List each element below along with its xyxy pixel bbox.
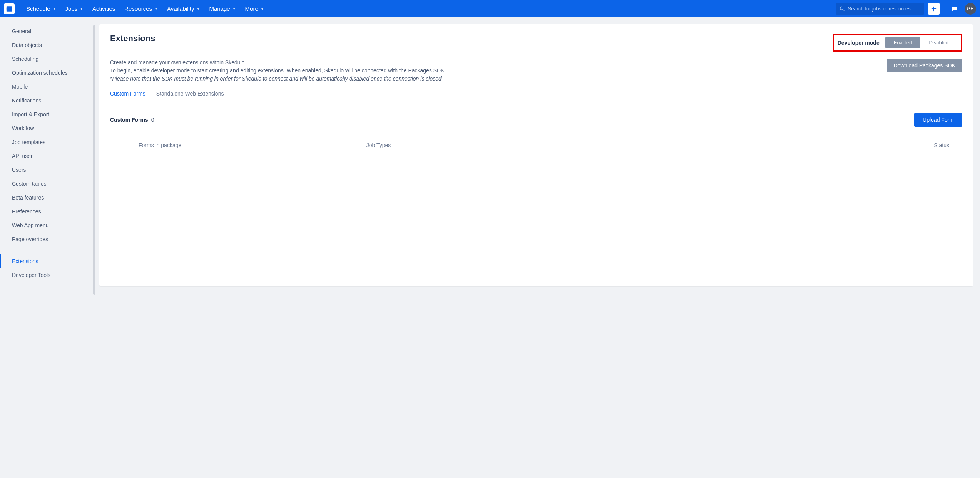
developer-mode-toggle: Enabled Disabled (885, 37, 957, 48)
sidebar-item-custom-tables[interactable]: Custom tables (0, 177, 96, 191)
sidebar-item-label: Custom tables (12, 181, 46, 187)
dev-mode-enabled-button[interactable]: Enabled (885, 37, 921, 48)
section-count: 0 (151, 117, 154, 123)
nav-jobs[interactable]: Jobs ▼ (61, 3, 87, 14)
sidebar-item-label: Job templates (12, 139, 45, 145)
divider (945, 3, 945, 14)
settings-sidebar: General Data objects Scheduling Optimiza… (0, 17, 96, 478)
sidebar-item-developer-tools[interactable]: Developer Tools (0, 268, 96, 282)
sidebar-item-api-user[interactable]: API user (0, 149, 96, 163)
sidebar-item-beta-features[interactable]: Beta features (0, 191, 96, 205)
page-title: Extensions (110, 34, 155, 44)
nav-label: Schedule (26, 5, 50, 12)
chevron-down-icon: ▼ (154, 7, 158, 11)
sidebar-item-users[interactable]: Users (0, 163, 96, 177)
svg-rect-1 (7, 8, 12, 10)
sidebar-item-label: General (12, 28, 31, 34)
extension-tabs: Custom Forms Standalone Web Extensions (110, 87, 962, 101)
sidebar-item-label: Optimization schedules (12, 70, 68, 76)
app-logo[interactable] (4, 3, 15, 14)
sidebar-item-optimization-schedules[interactable]: Optimization schedules (0, 66, 96, 80)
sidebar-item-label: Web App menu (12, 222, 48, 228)
sidebar-item-page-overrides[interactable]: Page overrides (0, 232, 96, 246)
tab-label: Custom Forms (110, 91, 145, 97)
desc-line-2: To begin, enable developer mode to start… (110, 67, 446, 75)
chevron-down-icon: ▼ (80, 7, 83, 11)
sidebar-item-label: Developer Tools (12, 272, 50, 278)
plus-icon (931, 6, 937, 12)
sidebar-item-job-templates[interactable]: Job templates (0, 135, 96, 149)
sidebar-item-label: Beta features (12, 195, 44, 201)
create-button[interactable] (928, 3, 940, 15)
sidebar-item-workflow[interactable]: Workflow (0, 121, 96, 135)
user-avatar[interactable]: GH (965, 3, 976, 15)
global-search[interactable] (836, 3, 924, 15)
nav-label: Availability (167, 5, 194, 12)
sidebar-group-2: Extensions Developer Tools (0, 254, 96, 282)
sidebar-item-label: Mobile (12, 84, 28, 90)
sidebar-item-label: Extensions (12, 258, 38, 264)
sidebar-item-preferences[interactable]: Preferences (0, 205, 96, 218)
dev-mode-disabled-button[interactable]: Disabled (920, 37, 957, 48)
chat-button[interactable] (951, 5, 958, 12)
chevron-down-icon: ▼ (232, 7, 236, 11)
sidebar-item-label: Import & Export (12, 111, 49, 117)
sidebar-item-general[interactable]: General (0, 24, 96, 38)
search-input[interactable] (848, 6, 920, 12)
tab-standalone-web-extensions[interactable]: Standalone Web Extensions (156, 87, 224, 101)
avatar-initials: GH (967, 6, 974, 12)
logo-icon (6, 5, 13, 12)
svg-rect-2 (7, 10, 12, 11)
sidebar-item-label: Workflow (12, 125, 34, 131)
scrollbar[interactable] (93, 25, 95, 295)
column-status: Status (706, 142, 961, 148)
sidebar-item-label: Preferences (12, 208, 41, 215)
developer-mode-label: Developer mode (838, 40, 880, 46)
nav-label: More (245, 5, 258, 12)
sidebar-item-web-app-menu[interactable]: Web App menu (0, 218, 96, 232)
description-text: Create and manage your own extensions wi… (110, 59, 446, 83)
nav-label: Jobs (65, 5, 77, 12)
download-packages-sdk-button[interactable]: Download Packages SDK (887, 59, 962, 72)
desc-line-1: Create and manage your own extensions wi… (110, 59, 446, 67)
svg-line-4 (843, 9, 844, 10)
sidebar-item-import-export[interactable]: Import & Export (0, 107, 96, 121)
nav-label: Manage (209, 5, 230, 12)
search-icon (840, 6, 845, 12)
sidebar-item-mobile[interactable]: Mobile (0, 80, 96, 94)
chevron-down-icon: ▼ (53, 7, 56, 11)
extensions-card: Extensions Developer mode Enabled Disabl… (99, 24, 973, 286)
sidebar-item-label: Page overrides (12, 236, 48, 242)
nav-more[interactable]: More ▼ (241, 3, 268, 14)
chevron-down-icon: ▼ (197, 7, 200, 11)
column-job-types: Job Types (366, 142, 706, 148)
nav-items: Schedule ▼ Jobs ▼ Activities Resources ▼… (22, 3, 268, 14)
sidebar-item-label: Users (12, 167, 26, 173)
sidebar-item-label: Notifications (12, 97, 41, 104)
sidebar-group-1: General Data objects Scheduling Optimiza… (0, 24, 96, 246)
nav-schedule[interactable]: Schedule ▼ (22, 3, 60, 14)
svg-rect-0 (7, 6, 12, 8)
desc-note: *Please note that the SDK must be runnin… (110, 75, 446, 83)
upload-form-button[interactable]: Upload Form (914, 113, 962, 127)
sidebar-item-notifications[interactable]: Notifications (0, 94, 96, 107)
top-navigation: Schedule ▼ Jobs ▼ Activities Resources ▼… (0, 0, 980, 17)
nav-activities[interactable]: Activities (89, 3, 119, 14)
column-forms-in-package: Forms in package (112, 142, 366, 148)
main-content: Extensions Developer mode Enabled Disabl… (96, 17, 980, 478)
tab-label: Standalone Web Extensions (156, 91, 224, 97)
sidebar-item-label: API user (12, 153, 33, 159)
chevron-down-icon: ▼ (261, 7, 264, 11)
sidebar-item-data-objects[interactable]: Data objects (0, 38, 96, 52)
nav-availability[interactable]: Availability ▼ (163, 3, 204, 14)
nav-manage[interactable]: Manage ▼ (205, 3, 239, 14)
section-title: Custom Forms (110, 117, 148, 123)
tab-custom-forms[interactable]: Custom Forms (110, 87, 145, 101)
nav-label: Activities (92, 5, 115, 12)
developer-mode-highlight: Developer mode Enabled Disabled (833, 34, 962, 52)
nav-resources[interactable]: Resources ▼ (120, 3, 162, 14)
sidebar-item-extensions[interactable]: Extensions (0, 254, 96, 268)
sidebar-item-scheduling[interactable]: Scheduling (0, 52, 96, 66)
sidebar-item-label: Data objects (12, 42, 42, 48)
forms-table-header: Forms in package Job Types Status (110, 142, 962, 148)
